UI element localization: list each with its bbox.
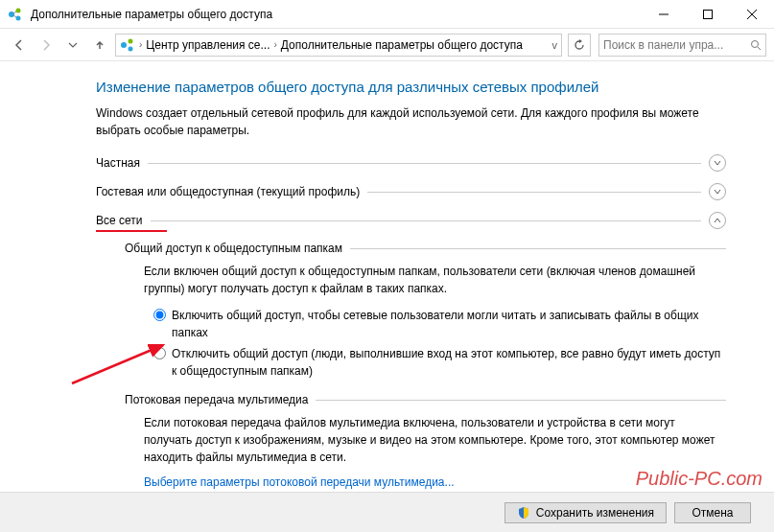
public-folders-desc: Если включен общий доступ к общедоступны… (144, 263, 726, 297)
svg-line-3 (13, 12, 16, 13)
search-icon (750, 39, 762, 51)
annotation-underline (96, 230, 167, 232)
svg-point-11 (129, 46, 133, 51)
nav-bar: › Центр управления се... › Дополнительны… (0, 29, 774, 61)
chevron-down-icon[interactable] (709, 154, 726, 172)
group-label: Общий доступ к общедоступным папкам (125, 242, 342, 255)
svg-point-9 (121, 42, 127, 48)
window-title: Дополнительные параметры общего доступа (31, 8, 642, 21)
address-bar[interactable]: › Центр управления се... › Дополнительны… (115, 34, 562, 57)
back-button[interactable] (8, 34, 31, 57)
minimize-button[interactable] (642, 0, 686, 29)
title-bar: Дополнительные параметры общего доступа (0, 0, 774, 29)
app-icon (8, 7, 23, 22)
svg-rect-6 (704, 10, 713, 18)
section-guest[interactable]: Гостевая или общедоступная (текущий проф… (96, 183, 726, 200)
section-label: Гостевая или общедоступная (текущий проф… (96, 185, 360, 198)
chevron-up-icon[interactable] (709, 212, 726, 229)
group-media-streaming: Потоковая передача мультимедиа (125, 393, 726, 406)
divider (350, 248, 726, 249)
chevron-down-icon[interactable] (709, 183, 726, 200)
page-title: Изменение параметров общего доступа для … (96, 79, 726, 95)
radio-public-sharing-off[interactable]: Отключить общий доступ (люди, выполнивши… (153, 345, 726, 380)
breadcrumb-level2[interactable]: Дополнительные параметры общего доступа (281, 38, 523, 52)
svg-line-13 (758, 47, 761, 50)
divider (316, 400, 726, 401)
page-subtitle: Windows создает отдельный сетевой профил… (96, 104, 726, 139)
shield-icon (517, 506, 530, 520)
svg-line-4 (13, 15, 16, 17)
svg-point-12 (752, 40, 759, 47)
radio-label: Включить общий доступ, чтобы сетевые пол… (172, 307, 726, 341)
section-label: Все сети (96, 214, 143, 227)
radio-input[interactable] (153, 309, 166, 321)
maximize-button[interactable] (686, 0, 730, 29)
recent-locations-button[interactable] (61, 34, 84, 57)
location-icon (120, 37, 135, 53)
section-label: Частная (96, 156, 140, 170)
up-button[interactable] (88, 34, 111, 57)
section-all-networks[interactable]: Все сети (96, 212, 726, 229)
section-private[interactable]: Частная (96, 154, 726, 172)
search-placeholder: Поиск в панели упра... (603, 38, 750, 52)
group-public-folders: Общий доступ к общедоступным папкам (125, 242, 726, 255)
forward-button[interactable] (35, 34, 58, 57)
svg-point-2 (16, 15, 21, 20)
content-area: Изменение параметров общего доступа для … (0, 61, 774, 492)
close-button[interactable] (730, 0, 774, 29)
svg-point-10 (129, 38, 133, 43)
svg-point-0 (9, 12, 14, 17)
radio-input[interactable] (153, 347, 166, 359)
watermark: Public-PC.com (636, 468, 762, 490)
search-input[interactable]: Поиск в панели упра... (598, 34, 766, 57)
media-streaming-link[interactable]: Выберите параметры потоковой передачи му… (144, 475, 455, 489)
radio-public-sharing-on[interactable]: Включить общий доступ, чтобы сетевые пол… (153, 307, 726, 341)
divider (148, 163, 701, 164)
media-desc: Если потоковая передача файлов мультимед… (144, 414, 726, 466)
svg-point-1 (16, 8, 21, 12)
chevron-right-icon: › (273, 39, 276, 50)
breadcrumb-level1[interactable]: Центр управления се... (146, 38, 270, 52)
radio-label: Отключить общий доступ (люди, выполнивши… (172, 345, 726, 380)
footer-bar: Сохранить изменения Отмена (0, 492, 774, 532)
save-button-label: Сохранить изменения (536, 506, 654, 520)
group-label: Потоковая передача мультимедиа (125, 393, 308, 406)
chevron-right-icon: › (139, 39, 142, 50)
cancel-button-label: Отмена (692, 506, 733, 520)
divider (367, 192, 701, 193)
divider (151, 220, 702, 221)
cancel-button[interactable]: Отмена (674, 502, 751, 523)
chevron-down-icon[interactable]: v (552, 39, 558, 51)
save-button[interactable]: Сохранить изменения (504, 502, 667, 523)
refresh-button[interactable] (568, 34, 591, 57)
